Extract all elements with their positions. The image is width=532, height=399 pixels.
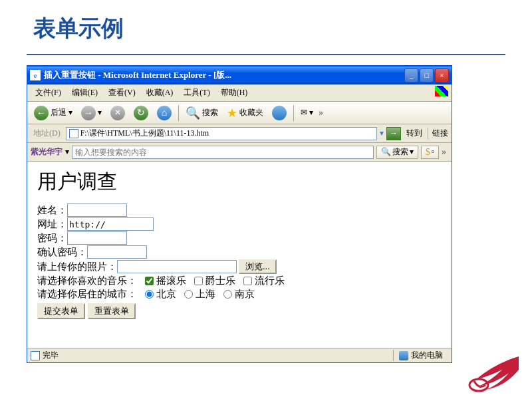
links-label[interactable]: 链接	[428, 128, 448, 139]
favorites-label: 收藏夹	[239, 107, 263, 118]
favorites-button[interactable]: ★ 收藏夹	[223, 104, 267, 122]
browser-window: e 插入重置按钮 - Microsoft Internet Explorer -…	[27, 65, 452, 363]
windows-flag-icon	[435, 86, 448, 96]
slide-title: 表单示例	[0, 0, 532, 44]
mail-button[interactable]: ✉▾	[297, 106, 317, 120]
submit-button[interactable]: 提交表单	[37, 303, 85, 319]
media-button[interactable]	[269, 104, 290, 122]
refresh-button[interactable]: ↻	[130, 104, 152, 122]
radio-beijing[interactable]	[145, 290, 154, 299]
sb-extra-button[interactable]: $▫	[421, 146, 439, 159]
stop-icon: ✕	[110, 106, 125, 120]
city-nanjing-option[interactable]: 南京	[223, 288, 255, 301]
music-label: 请选择你喜欢的音乐：	[37, 275, 137, 287]
menu-help[interactable]: 帮助(H)	[216, 86, 253, 100]
reset-button[interactable]: 重置表单	[88, 303, 136, 319]
upload-label: 请上传你的照片：	[37, 261, 117, 273]
dropdown-icon[interactable]: ▾	[380, 128, 384, 138]
menu-edit[interactable]: 编辑(E)	[67, 86, 102, 100]
statusbar: 完毕 我的电脑	[27, 348, 452, 362]
ie-icon: e	[30, 70, 41, 80]
menu-tools[interactable]: 工具(T)	[179, 86, 214, 100]
checkbox-jazz[interactable]	[194, 277, 203, 285]
overflow-chevron-icon[interactable]: »	[442, 147, 446, 158]
menubar: 文件(F) 编辑(E) 查看(V) 收藏(A) 工具(T) 帮助(H)	[27, 84, 452, 102]
security-zone: 我的电脑	[393, 350, 448, 361]
music-rock-option[interactable]: 摇滚乐	[145, 275, 186, 287]
refresh-icon: ↻	[134, 106, 148, 120]
city-shanghai-option[interactable]: 上海	[184, 288, 215, 301]
computer-icon	[399, 351, 408, 360]
star-icon: ★	[227, 106, 237, 120]
search-button[interactable]: 🔍 搜索	[182, 104, 221, 122]
go-arrow-icon: →	[390, 128, 398, 138]
wing-logo-icon	[456, 353, 522, 393]
slide-divider	[27, 54, 505, 55]
url-label: 网址：	[37, 218, 67, 231]
back-button[interactable]: ← 后退 ▾	[31, 104, 76, 122]
close-button[interactable]: ×	[435, 68, 449, 82]
badge-icon: ▫	[432, 147, 434, 157]
addressbar: 地址(D) F:\课件\HTML\书上例题\11\11-13.htm ▾ → 转…	[27, 124, 452, 143]
brand-label[interactable]: 紫光华宇	[31, 146, 63, 158]
window-controls: _ □ ×	[404, 68, 449, 82]
address-input[interactable]: F:\课件\HTML\书上例题\11\11-13.htm	[66, 127, 377, 140]
home-button[interactable]: ⌂	[154, 104, 175, 122]
radio-nanjing[interactable]	[223, 290, 232, 299]
goto-label: 转到	[404, 128, 425, 139]
window-titlebar: e 插入重置按钮 - Microsoft Internet Explorer -…	[27, 66, 452, 84]
password-input[interactable]	[67, 231, 127, 245]
media-icon	[272, 106, 287, 120]
confirm-label: 确认密码：	[37, 246, 87, 259]
searchbar: 紫光华宇 ▾ 🔍 搜索 ▾ $▫ »	[27, 143, 452, 162]
url-input[interactable]	[67, 217, 154, 231]
done-icon	[31, 351, 40, 360]
checkbox-pop[interactable]	[243, 277, 252, 285]
back-label: 后退	[51, 107, 66, 118]
mail-icon: ✉	[301, 108, 307, 118]
back-icon: ←	[34, 106, 49, 120]
radio-shanghai[interactable]	[184, 290, 193, 299]
home-icon: ⌂	[157, 106, 172, 120]
toolbar: ← 后退 ▾ → ▾ ✕ ↻ ⌂ 🔍 搜索 ★ 收藏夹 ✉▾ »	[27, 102, 452, 124]
checkbox-rock[interactable]	[145, 277, 154, 285]
menu-favorites[interactable]: 收藏(A)	[142, 86, 178, 100]
file-input[interactable]	[117, 260, 237, 273]
minimize-button[interactable]: _	[404, 68, 418, 82]
password-label: 密码：	[37, 232, 67, 245]
status-text: 完毕	[43, 350, 393, 361]
browse-button[interactable]: 浏览...	[239, 259, 277, 274]
forward-icon: →	[81, 106, 96, 120]
toolbar-divider	[178, 105, 179, 121]
maximize-button[interactable]: □	[420, 68, 434, 82]
confirm-password-input[interactable]	[87, 245, 147, 259]
stop-button[interactable]: ✕	[107, 104, 128, 122]
search-label: 搜索	[202, 107, 218, 118]
menu-view[interactable]: 查看(V)	[104, 86, 140, 100]
chevron-down-icon[interactable]: ▾	[65, 147, 69, 157]
search-icon: 🔍	[381, 147, 391, 157]
go-button[interactable]: →	[386, 127, 401, 140]
overflow-chevron-icon[interactable]: »	[319, 108, 323, 118]
search-input[interactable]	[72, 146, 374, 159]
zone-label: 我的电脑	[411, 350, 443, 361]
page-icon	[69, 129, 78, 138]
sb-search-button[interactable]: 🔍 搜索 ▾	[376, 146, 418, 159]
name-input[interactable]	[67, 203, 127, 217]
dollar-icon: $	[426, 147, 430, 158]
chevron-down-icon: ▾	[98, 108, 102, 118]
sb-search-label: 搜索	[392, 146, 408, 158]
chevron-down-icon: ▾	[410, 147, 414, 157]
music-jazz-option[interactable]: 爵士乐	[194, 275, 235, 287]
forward-button[interactable]: → ▾	[78, 104, 105, 122]
name-label: 姓名：	[37, 204, 67, 217]
menu-file[interactable]: 文件(F)	[31, 86, 66, 100]
address-url: F:\课件\HTML\书上例题\11\11-13.htm	[80, 128, 209, 139]
slide-logo	[456, 353, 522, 396]
chevron-down-icon: ▾	[309, 108, 313, 118]
address-label: 地址(D)	[31, 128, 63, 139]
city-beijing-option[interactable]: 北京	[145, 288, 176, 301]
city-label: 请选择你居住的城市：	[37, 288, 137, 301]
window-title: 插入重置按钮 - Microsoft Internet Explorer - […	[44, 69, 404, 81]
music-pop-option[interactable]: 流行乐	[243, 275, 285, 287]
